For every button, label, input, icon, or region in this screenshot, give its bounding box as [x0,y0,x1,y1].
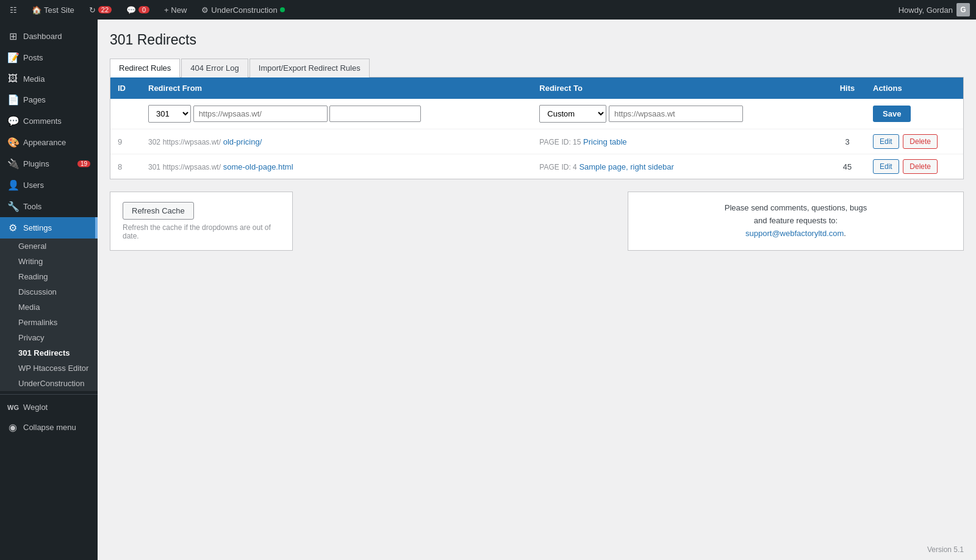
col-header-id: ID [110,77,141,99]
users-icon: 👤 [7,179,18,191]
col-header-actions: Actions [866,77,963,99]
media-icon: 🖼 [7,73,18,84]
sidebar-item-users[interactable]: 👤 Users [0,174,98,196]
support-email-link[interactable]: support@webfactoryltd.com [745,229,844,238]
sidebar-item-plugins[interactable]: 🔌 Plugins 19 [0,153,98,174]
support-panel: Please send comments, questions, bugs an… [628,192,964,251]
main-content: 301 Redirects Redirect Rules 404 Error L… [98,20,976,560]
status-dot [280,7,285,12]
support-text-line1: Please send comments, questions, bugs [640,202,951,215]
spacer [305,192,615,251]
delete-redirect-button[interactable]: Delete [903,134,938,149]
save-redirect-button[interactable]: Save [873,106,911,122]
dashboard-icon: ⊞ [7,31,18,42]
table-row: 9 302 https://wpsaas.wt/ old-pricing/ PA… [110,129,963,154]
redirect-from-input[interactable] [193,106,328,122]
row-from-cell: 302 https://wpsaas.wt/ old-pricing/ [141,129,532,154]
tab-404-error-log[interactable]: 404 Error Log [181,59,248,77]
bottom-panels: Refresh Cache Refresh the cache if the d… [110,192,964,251]
sidebar-item-posts[interactable]: 📝 Posts [0,47,98,68]
sidebar-item-pages[interactable]: 📄 Pages [0,89,98,110]
row-to-cell: PAGE ID: 15 Pricing table [532,129,829,154]
tools-icon: 🔧 [7,201,18,212]
new-row-hits-cell [829,99,866,129]
wp-logo[interactable]: ☷ [6,5,21,15]
redirect-to-link[interactable]: Pricing table [583,137,627,146]
row-to-cell: PAGE ID: 4 Sample page, right sidebar [532,154,829,179]
comments-item[interactable]: 💬 0 [123,5,153,15]
new-content-button[interactable]: + New [160,5,190,15]
weglot-icon: WG [7,404,18,411]
sidebar-item-dashboard[interactable]: ⊞ Dashboard [0,26,98,47]
row-actions-cell: Edit Delete [866,154,963,179]
submenu-reading[interactable]: Reading [0,269,98,284]
pages-icon: 📄 [7,94,18,106]
cache-hint: Refresh the cache if the dropdowns are o… [123,223,280,240]
settings-submenu: General Writing Reading Discussion Media… [0,239,98,391]
edit-redirect-button[interactable]: Edit [873,159,899,174]
sidebar-item-tools[interactable]: 🔧 Tools [0,196,98,217]
sidebar-item-comments[interactable]: 💬 Comments [0,110,98,132]
redirect-code-select[interactable]: 301 302 303 307 308 [148,105,191,123]
sidebar-item-weglot[interactable]: WG Weglot [0,398,98,417]
submenu-underconstruction[interactable]: UnderConstruction [0,376,98,391]
submenu-general[interactable]: General [0,239,98,254]
sidebar-item-appearance[interactable]: 🎨 Appearance [0,132,98,153]
plugins-icon: 🔌 [7,158,18,170]
version-footer: Version 5.1 [915,539,976,560]
appearance-icon: 🎨 [7,137,18,148]
table-row: 8 301 https://wpsaas.wt/ some-old-page.h… [110,154,963,179]
redirect-to-input[interactable] [609,106,743,122]
redirect-to-link[interactable]: Sample page, right sidebar [579,162,673,171]
redirects-table-container: ID Redirect From Redirect To Hits Action… [110,77,964,179]
submenu-wp-htaccess[interactable]: WP Htaccess Editor [0,361,98,376]
redirect-from-link[interactable]: old-pricing/ [223,137,262,146]
redirect-from-link[interactable]: some-old-page.html [223,162,293,171]
settings-menu-icon: ⚙ [7,222,18,234]
support-text-line2: and feature requests to: [640,215,951,228]
row-id-cell: 8 [110,154,141,179]
redirect-from-extra-input[interactable] [329,106,421,122]
page-title: 301 Redirects [110,32,964,48]
posts-icon: 📝 [7,52,18,63]
comments-icon: 💬 [126,5,136,15]
new-row-from-cell: 301 302 303 307 308 [141,99,532,129]
row-id-cell: 9 [110,129,141,154]
new-redirect-row: 301 302 303 307 308 Custom [110,99,963,129]
row-hits-cell: 3 [829,129,866,154]
submenu-writing[interactable]: Writing [0,254,98,269]
submenu-permalinks[interactable]: Permalinks [0,315,98,330]
settings-icon: ⚙ [201,5,209,15]
new-row-id-cell [110,99,141,129]
site-icon: 🏠 [32,5,41,15]
sidebar: ⊞ Dashboard 📝 Posts 🖼 Media 📄 Pages 💬 Co… [0,20,98,560]
redirects-table: ID Redirect From Redirect To Hits Action… [110,77,963,179]
updates-item[interactable]: ↻ 22 [85,5,115,15]
site-name[interactable]: 🏠 Test Site [28,5,78,15]
col-header-redirect-to: Redirect To [532,77,829,99]
delete-redirect-button[interactable]: Delete [903,159,938,174]
sidebar-item-media[interactable]: 🖼 Media [0,68,98,89]
new-row-to-cell: Custom PAGE POST URL [532,99,829,129]
tab-navigation: Redirect Rules 404 Error Log Import/Expo… [110,58,964,77]
submenu-discussion[interactable]: Discussion [0,284,98,300]
refresh-cache-button[interactable]: Refresh Cache [123,202,194,220]
collapse-menu-button[interactable]: ◉ Collapse menu [0,417,98,438]
row-hits-cell: 45 [829,154,866,179]
submenu-privacy[interactable]: Privacy [0,330,98,345]
comments-menu-icon: 💬 [7,115,18,127]
row-from-cell: 301 https://wpsaas.wt/ some-old-page.htm… [141,154,532,179]
submenu-301-redirects[interactable]: 301 Redirects [0,345,98,361]
updates-icon: ↻ [89,5,96,15]
avatar[interactable]: G [956,3,970,16]
redirect-type-select[interactable]: Custom PAGE POST URL [539,105,606,123]
sidebar-item-settings[interactable]: ⚙ Settings ◀ [0,217,98,239]
tab-redirect-rules[interactable]: Redirect Rules [110,59,180,77]
underconstruction-bar-item[interactable]: ⚙ UnderConstruction [198,5,288,15]
edit-redirect-button[interactable]: Edit [873,134,899,149]
tab-import-export[interactable]: Import/Export Redirect Rules [249,59,370,77]
cache-panel: Refresh Cache Refresh the cache if the d… [110,192,293,251]
submenu-media[interactable]: Media [0,300,98,315]
row-actions-cell: Edit Delete [866,129,963,154]
version-text: Version 5.1 [927,545,964,554]
